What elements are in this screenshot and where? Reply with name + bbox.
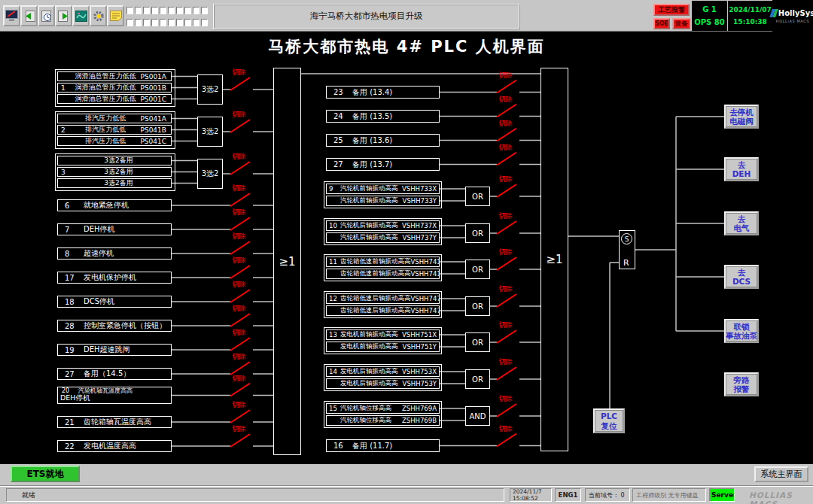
bypass-switch[interactable]: [497, 294, 516, 307]
input-block[interactable]: 7DEH停机: [57, 223, 172, 235]
input-block[interactable]: 齿轮箱低速前轴振动高高VSHH741Y: [326, 269, 440, 279]
input-block[interactable]: 排汽压力低低PS041C: [57, 136, 172, 146]
indicator-checkbox[interactable]: [135, 7, 142, 14]
bypass-switch[interactable]: [230, 266, 250, 278]
input-block[interactable]: 14发电机后轴振动高高VSHH753X: [326, 366, 440, 377]
indicator-checkbox[interactable]: [151, 19, 158, 26]
input-block[interactable]: 3选2备用: [57, 156, 172, 165]
input-block[interactable]: 润滑油总管压力低低PS001C: [57, 94, 172, 104]
bypass-switch[interactable]: [497, 129, 516, 141]
indicator-checkbox[interactable]: [201, 19, 208, 26]
indicator-checkbox[interactable]: [184, 7, 191, 14]
input-block[interactable]: 6就地紧急停机: [57, 199, 172, 211]
input-block[interactable]: 20汽轮机轴瓦温度高高DEH停机: [57, 387, 172, 404]
bypass-switch[interactable]: [230, 162, 250, 175]
input-block[interactable]: 27备用 (13.7): [326, 158, 440, 171]
page-clock-button[interactable]: [38, 5, 55, 26]
page-import-button[interactable]: [20, 5, 38, 26]
indicator-checkbox[interactable]: [135, 19, 142, 26]
bypass-alarm-button[interactable]: 旁路报警: [724, 372, 759, 396]
indicator-checkbox[interactable]: [126, 7, 133, 14]
input-block[interactable]: 9汽轮机前轴振动高高VSHH733X: [326, 184, 440, 194]
input-block[interactable]: 23备用 (13.4): [326, 86, 440, 99]
bypass-switch[interactable]: [497, 330, 516, 343]
bypass-switch[interactable]: [230, 290, 250, 302]
plc-reset-button[interactable]: PLC复位: [593, 408, 625, 433]
input-block[interactable]: 齿轮箱低速后轴振动高高VSHH747Y: [326, 305, 440, 316]
bypass-switch[interactable]: [230, 384, 250, 396]
indicator-checkbox[interactable]: [168, 7, 175, 14]
bypass-switch[interactable]: [230, 241, 250, 254]
input-block[interactable]: 10汽轮机后轴振动高高VSHH737X: [326, 220, 440, 231]
input-block[interactable]: 22发电机温度高高: [57, 440, 172, 452]
input-block[interactable]: 发电机前轴振动高高VSHH751Y: [326, 342, 440, 352]
bypass-switch[interactable]: [497, 221, 516, 234]
settings-button[interactable]: [90, 5, 107, 26]
ets-local-button[interactable]: ETS就地: [11, 466, 80, 482]
input-block[interactable]: 12齿轮箱低速后轴振动高高VSHH747X: [326, 293, 440, 304]
bypass-switch[interactable]: [230, 120, 250, 132]
goto-deh-button[interactable]: 去DEH: [724, 157, 759, 181]
input-block[interactable]: 2排汽压力低低PS041B: [57, 125, 172, 135]
input-block[interactable]: 11齿轮箱低速前轴振动高高VSHH741X: [326, 257, 440, 267]
input-block[interactable]: 27备用（14.5）: [57, 368, 172, 380]
bypass-switch[interactable]: [497, 404, 516, 417]
bypass-switch[interactable]: [230, 77, 250, 90]
input-block[interactable]: 16备用 (11.7): [326, 439, 440, 452]
input-block[interactable]: 18DCS停机: [57, 296, 172, 308]
input-block[interactable]: 21齿轮箱轴瓦温度高高: [57, 416, 172, 428]
system-main-screen-button[interactable]: 系统主界面: [754, 466, 808, 482]
indicator-checkbox[interactable]: [193, 19, 199, 26]
input-block[interactable]: 1润滑油总管压力低低PS001B: [57, 83, 172, 93]
device-alarm-button[interactable]: 设备: [672, 18, 690, 29]
input-block[interactable]: 24备用 (13.5): [326, 110, 440, 123]
input-block[interactable]: 排汽压力低低PS041A: [57, 114, 172, 123]
input-block[interactable]: 33选2备用: [57, 167, 172, 177]
input-block[interactable]: 15汽轮机轴位移高高ZSHH769A: [326, 403, 440, 414]
indicator-checkbox[interactable]: [184, 19, 191, 26]
interlock-oil-pump-button[interactable]: 联锁事故油泵: [724, 319, 759, 343]
indicator-checkbox[interactable]: [176, 7, 183, 14]
bypass-switch[interactable]: [497, 184, 516, 197]
bypass-switch[interactable]: [497, 257, 516, 270]
bypass-switch[interactable]: [497, 105, 516, 117]
input-block[interactable]: 发电机后轴振动高高VSHH753Y: [326, 378, 440, 389]
input-block[interactable]: 汽轮机前轴振动高高VSHH733Y: [326, 196, 440, 206]
bypass-switch[interactable]: [230, 193, 250, 206]
bypass-switch[interactable]: [230, 314, 250, 326]
bypass-switch[interactable]: [230, 434, 250, 447]
indicator-checkbox[interactable]: [160, 19, 166, 26]
indicator-checkbox[interactable]: [193, 7, 199, 14]
input-block[interactable]: 19DEH超速跳闸: [57, 344, 172, 356]
note-button[interactable]: [107, 5, 124, 26]
goto-trip-solenoid-button[interactable]: 去停机电磁阀: [724, 105, 759, 129]
monitor-button[interactable]: [3, 5, 20, 26]
soe-alarm-button[interactable]: SOE: [653, 18, 670, 29]
input-block[interactable]: 17发电机保护停机: [57, 272, 172, 284]
bypass-switch[interactable]: [497, 367, 516, 380]
indicator-checkbox[interactable]: [201, 7, 208, 14]
goto-electrical-button[interactable]: 去电气: [724, 211, 759, 235]
input-block[interactable]: 3选2备用: [57, 178, 172, 188]
indicator-checkbox[interactable]: [126, 19, 133, 26]
input-block[interactable]: 汽轮机后轴振动高高VSHH737Y: [326, 232, 440, 243]
bypass-switch[interactable]: [497, 434, 516, 447]
input-block[interactable]: 28控制室紧急停机（按钮）: [57, 320, 172, 332]
input-block[interactable]: 25备用 (13.6): [326, 134, 440, 147]
input-block[interactable]: 8超速停机: [57, 247, 172, 260]
bypass-switch[interactable]: [230, 410, 250, 423]
process-alarm-button[interactable]: 工艺报警: [653, 4, 690, 16]
input-block[interactable]: 13发电机前轴振动高高VSHH751X: [326, 329, 440, 340]
bypass-switch[interactable]: [230, 362, 250, 375]
bypass-switch[interactable]: [497, 80, 516, 93]
bypass-switch[interactable]: [230, 338, 250, 351]
indicator-checkbox[interactable]: [168, 19, 175, 26]
indicator-checkbox[interactable]: [143, 7, 150, 14]
input-block[interactable]: 润滑油总管压力低低PS001A: [57, 71, 172, 81]
indicator-checkbox[interactable]: [143, 19, 150, 26]
page-export-button[interactable]: [55, 5, 72, 26]
indicator-checkbox[interactable]: [160, 7, 166, 14]
bypass-switch[interactable]: [230, 217, 250, 230]
bypass-switch[interactable]: [497, 153, 516, 165]
indicator-checkbox[interactable]: [151, 7, 158, 14]
